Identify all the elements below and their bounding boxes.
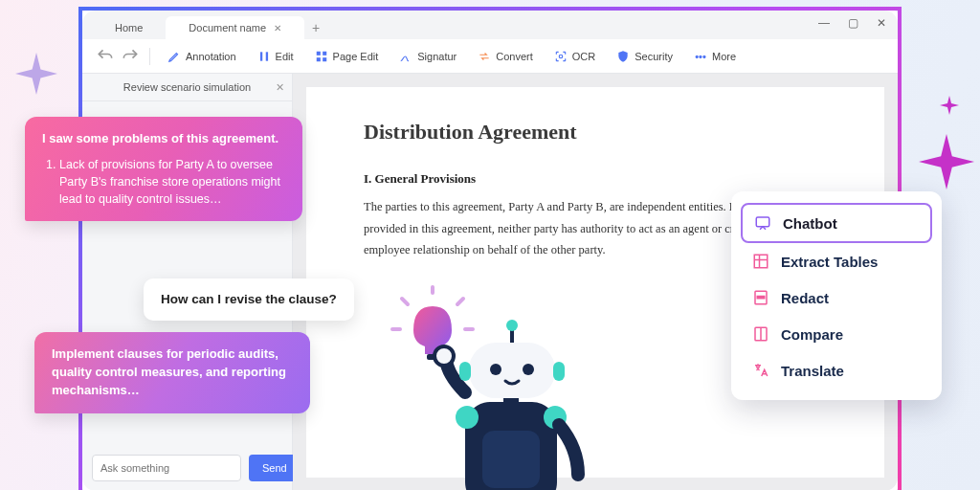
toolbar: Annotation Edit Page Edit Signatur Conve… xyxy=(82,39,898,74)
svg-rect-2 xyxy=(316,51,320,55)
svg-point-13 xyxy=(434,346,454,366)
menu-item-translate[interactable]: Translate xyxy=(741,352,932,389)
menu-label: Redact xyxy=(781,290,829,306)
close-panel-icon[interactable]: ✕ xyxy=(276,81,284,94)
sparkle-icon xyxy=(15,53,57,95)
translate-icon xyxy=(752,362,769,379)
svg-rect-0 xyxy=(260,52,262,60)
svg-point-18 xyxy=(490,364,501,375)
svg-point-23 xyxy=(506,320,518,331)
svg-rect-17 xyxy=(469,343,555,398)
panel-header: Review scenario simulation ✕ xyxy=(82,74,292,101)
shield-icon xyxy=(616,50,630,63)
menu-item-redact[interactable]: Redact xyxy=(741,279,932,316)
toolbar-more[interactable]: •••More xyxy=(686,46,744,67)
panel-title: Review scenario simulation xyxy=(123,81,251,93)
grid-icon xyxy=(315,50,328,63)
svg-rect-10 xyxy=(757,297,765,299)
svg-rect-21 xyxy=(553,362,565,381)
table-icon xyxy=(752,253,769,270)
menu-label: Extract Tables xyxy=(781,254,878,270)
svg-rect-5 xyxy=(323,57,326,61)
sparkle-icon xyxy=(919,134,974,189)
redact-icon xyxy=(752,289,769,306)
svg-point-24 xyxy=(456,406,479,429)
toolbar-page-edit[interactable]: Page Edit xyxy=(307,46,387,67)
more-icon: ••• xyxy=(694,50,707,63)
menu-item-compare[interactable]: Compare xyxy=(741,316,932,352)
ocr-icon xyxy=(554,50,568,63)
ask-input[interactable] xyxy=(92,455,241,481)
menu-item-chatbot[interactable]: Chatbot xyxy=(741,203,932,243)
tab-document[interactable]: Document name ✕ xyxy=(166,16,304,39)
user-question-bubble: How can I revise the clause? xyxy=(144,278,354,321)
tab-label: Home xyxy=(115,22,143,33)
menu-label: Translate xyxy=(781,363,844,379)
chat-icon xyxy=(754,214,771,232)
menu-label: Chatbot xyxy=(783,215,837,232)
edit-icon xyxy=(257,50,271,63)
tab-label: Document name xyxy=(189,22,266,33)
close-button[interactable]: ✕ xyxy=(875,16,888,30)
undo-button[interactable] xyxy=(96,47,115,66)
tab-home[interactable]: Home xyxy=(92,16,166,39)
close-tab-icon[interactable]: ✕ xyxy=(274,23,281,33)
sparkle-icon xyxy=(940,96,959,115)
bubble-text: Implement clauses for periodic audits, q… xyxy=(52,346,286,397)
doc-section-heading: I. General Provisions xyxy=(364,171,827,187)
ai-feature-menu: Chatbot Extract Tables Redact Compare Tr… xyxy=(731,191,942,400)
ai-response-bubble-2: Implement clauses for periodic audits, q… xyxy=(34,332,310,413)
add-tab-button[interactable]: + xyxy=(304,16,327,39)
svg-point-6 xyxy=(559,55,563,58)
svg-rect-8 xyxy=(754,255,768,268)
svg-rect-20 xyxy=(459,362,471,381)
convert-icon xyxy=(478,50,491,63)
menu-item-extract[interactable]: Extract Tables xyxy=(741,243,932,279)
toolbar-annotation[interactable]: Annotation xyxy=(160,46,244,67)
svg-rect-15 xyxy=(482,431,540,488)
svg-rect-3 xyxy=(323,51,326,55)
maximize-button[interactable]: ▢ xyxy=(846,16,859,30)
toolbar-convert[interactable]: Convert xyxy=(470,46,541,67)
tab-bar: Home Document name ✕ + — ▢ ✕ xyxy=(82,11,898,39)
svg-rect-1 xyxy=(265,52,267,60)
svg-rect-4 xyxy=(316,57,320,61)
bubble-list-item: Lack of provisions for Party A to overse… xyxy=(59,156,285,208)
ai-response-bubble-1: I saw some problems of this agreement. L… xyxy=(25,117,302,221)
bubble-text: I saw some problems of this agreement. xyxy=(42,130,285,148)
robot-illustration xyxy=(390,287,601,490)
signature-icon xyxy=(399,50,412,63)
toolbar-signature[interactable]: Signatur xyxy=(391,46,464,67)
toolbar-ocr[interactable]: OCR xyxy=(546,46,603,67)
compare-icon xyxy=(752,325,769,343)
svg-rect-7 xyxy=(756,217,769,227)
toolbar-edit[interactable]: Edit xyxy=(250,46,301,67)
svg-point-19 xyxy=(523,364,534,375)
pencil-icon xyxy=(167,50,181,63)
bubble-text: How can I revise the clause? xyxy=(161,292,337,306)
doc-title: Distribution Agreement xyxy=(364,120,827,145)
window-controls: — ▢ ✕ xyxy=(817,16,888,30)
minimize-button[interactable]: — xyxy=(817,16,831,30)
menu-label: Compare xyxy=(781,326,843,343)
toolbar-security[interactable]: Security xyxy=(609,46,680,67)
redo-button[interactable] xyxy=(121,47,140,66)
